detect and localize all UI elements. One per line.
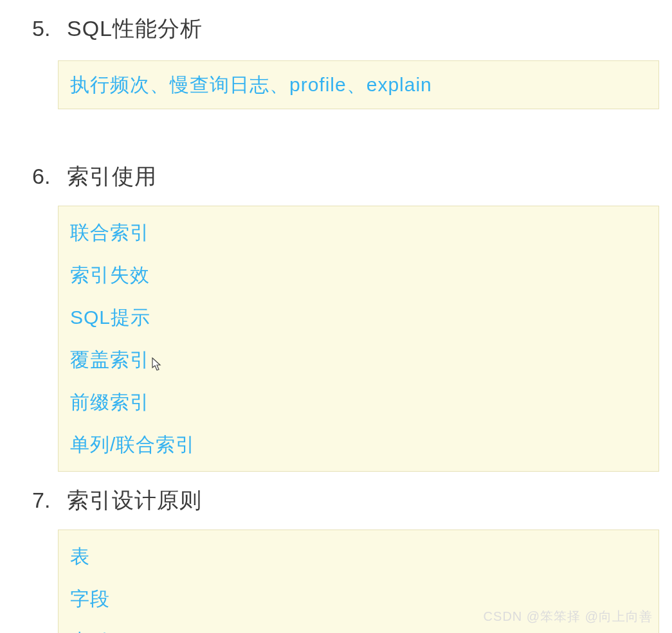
section-6-box: 联合索引 索引失效 SQL提示 覆盖索引 前缀索引 单列/联合索引: [58, 206, 659, 472]
section-5-number: 5.: [32, 16, 67, 41]
section-5-title: SQL性能分析: [67, 14, 203, 44]
section-6-item: 覆盖索引: [70, 339, 647, 381]
section-6-header: 6. 索引使用: [0, 109, 672, 192]
section-7-header: 7. 索引设计原则: [0, 472, 672, 515]
section-6-item: 单列/联合索引: [70, 423, 647, 461]
section-5-item: 执行频次、慢查询日志、profile、explain: [70, 71, 647, 98]
section-7-item: 表: [70, 540, 647, 578]
section-6-item: 联合索引: [70, 217, 647, 254]
section-7-number: 7.: [32, 488, 67, 513]
section-6-item: SQL提示: [70, 296, 647, 339]
section-6-item: 索引失效: [70, 254, 647, 296]
section-5-box: 执行频次、慢查询日志、profile、explain: [58, 60, 659, 109]
section-6-number: 6.: [32, 164, 67, 189]
section-6-item: 前缀索引: [70, 381, 647, 423]
section-5-header: 5. SQL性能分析: [0, 0, 672, 44]
section-7-title: 索引设计原则: [67, 486, 202, 515]
watermark-text: CSDN @笨笨择 @向上向善: [484, 608, 653, 625]
section-6-title: 索引使用: [67, 162, 157, 192]
